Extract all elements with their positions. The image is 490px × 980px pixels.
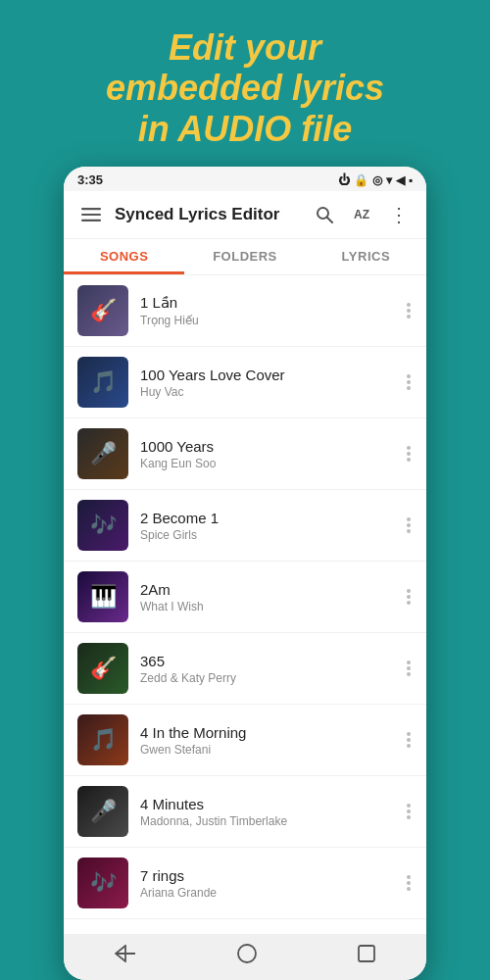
signal-icon: ◎ [372,173,382,187]
power-icon: ⏻ [338,173,350,187]
song-info: 4 In the Morning Gwen Stefani [140,724,393,757]
song-thumbnail: 🎸 [77,643,128,694]
song-thumbnail: 🎶 [77,858,128,908]
song-artist: Spice Girls [140,528,393,542]
song-thumbnail: 🎤 [77,786,128,837]
song-artist: Zedd & Katy Perry [140,671,393,685]
hero-line1: Edit your [169,27,321,68]
song-item[interactable]: 🎵 100 Years Love Cover Huy Vac [64,347,426,418]
song-info: 4 Minutes Madonna, Justin Timberlake [140,796,393,828]
lock-icon: 🔒 [354,173,368,187]
song-artist: Ariana Grande [140,886,393,900]
song-title: 1000 Years [140,438,393,455]
song-thumbnail: 🎵 [77,714,128,765]
song-info: 100 Years Love Cover Huy Vac [140,367,393,399]
svg-rect-1 [81,214,101,216]
song-title: 1 Lần [140,294,393,312]
song-artist: Trọng Hiếu [140,314,393,327]
svg-point-7 [238,945,256,962]
song-info: 1 Lần Trọng Hiếu [140,294,393,327]
tab-lyrics[interactable]: LYRICS [306,239,426,274]
song-title: 4 Minutes [140,796,393,812]
song-item[interactable]: 🎤 4 Minutes Madonna, Justin Timberlake [64,776,426,848]
song-thumbnail: 🎸 [77,285,128,336]
tab-folders[interactable]: FOLDERS [184,239,305,274]
svg-rect-8 [359,946,374,961]
song-title: 2 Become 1 [140,510,393,526]
song-item[interactable]: 🎶 2 Become 1 Spice Girls [64,490,426,562]
search-icon[interactable] [311,201,338,228]
sort-icon[interactable]: AZ [348,201,375,228]
song-title: 365 [140,653,393,669]
battery-icon: ▪ [409,173,413,187]
song-more-button[interactable] [405,657,413,680]
signal-bars-icon: ◀ [396,173,405,187]
svg-line-4 [327,218,333,223]
song-more-button[interactable] [405,370,413,394]
song-title: 2Am [140,581,393,598]
song-more-button[interactable] [405,871,413,895]
song-thumbnail: 🎤 [77,428,128,479]
song-item[interactable]: 🎵 4 In the Morning Gwen Stefani [64,705,426,776]
song-info: 1000 Years Kang Eun Soo [140,438,393,470]
song-item[interactable]: 🎶 7 rings Ariana Grande [64,848,426,919]
song-more-button[interactable] [405,514,413,537]
song-artist: Kang Eun Soo [140,457,393,470]
more-options-icon[interactable]: ⋮ [385,201,413,228]
song-artist: What I Wish [140,600,393,613]
song-item[interactable]: 🎤 1000 Years Kang Eun Soo [64,418,426,490]
song-item[interactable]: 🎸 365 Zedd & Katy Perry [64,633,426,705]
song-list: 🎸 1 Lần Trọng Hiếu 🎵 100 Years Love Cove… [64,275,426,934]
song-thumbnail: 🎵 [77,357,128,408]
svg-rect-2 [81,220,101,221]
song-thumbnail: 🎶 [77,500,128,551]
song-info: 365 Zedd & Katy Perry [140,653,393,685]
nav-bar [64,934,426,980]
wifi-icon: ▾ [386,173,392,187]
back-button[interactable] [115,945,136,967]
song-artist: Madonna, Justin Timberlake [140,814,393,828]
hero-line3: in AUDIO file [138,109,353,149]
app-bar: Synced Lyrics Editor AZ ⋮ [64,191,426,239]
status-time: 3:35 [77,172,103,187]
song-thumbnail: 🎹 [77,571,128,622]
song-info: 2Am What I Wish [140,581,393,613]
hero-line2: embedded lyrics [106,68,384,108]
song-info: 7 rings Ariana Grande [140,867,393,900]
status-icons: ⏻ 🔒 ◎ ▾ ◀ ▪ [338,173,413,187]
song-info: 2 Become 1 Spice Girls [140,510,393,542]
song-item[interactable]: 🎹 2Am What I Wish [64,562,426,633]
tabs: SONGS FOLDERS LYRICS [64,239,426,275]
song-title: 4 In the Morning [140,724,393,741]
song-item[interactable]: 🎸 1 Lần Trọng Hiếu [64,275,426,347]
hero-text: Edit your embedded lyrics in AUDIO file [86,0,404,167]
song-more-button[interactable] [405,800,413,823]
song-artist: Gwen Stefani [140,743,393,757]
song-more-button[interactable] [405,299,413,322]
recents-button[interactable] [358,945,375,967]
song-title: 100 Years Love Cover [140,367,393,383]
home-button[interactable] [237,944,257,968]
song-title: 7 rings [140,867,393,884]
song-more-button[interactable] [405,728,413,752]
status-bar: 3:35 ⏻ 🔒 ◎ ▾ ◀ ▪ [64,167,426,191]
app-title: Synced Lyrics Editor [115,205,301,224]
menu-icon[interactable] [77,201,105,228]
song-more-button[interactable] [405,442,413,466]
svg-rect-0 [81,208,101,210]
song-more-button[interactable] [405,585,413,609]
song-artist: Huy Vac [140,385,393,399]
phone-frame: 3:35 ⏻ 🔒 ◎ ▾ ◀ ▪ Synced Lyrics Editor AZ [64,167,426,980]
tab-songs[interactable]: SONGS [64,239,184,274]
